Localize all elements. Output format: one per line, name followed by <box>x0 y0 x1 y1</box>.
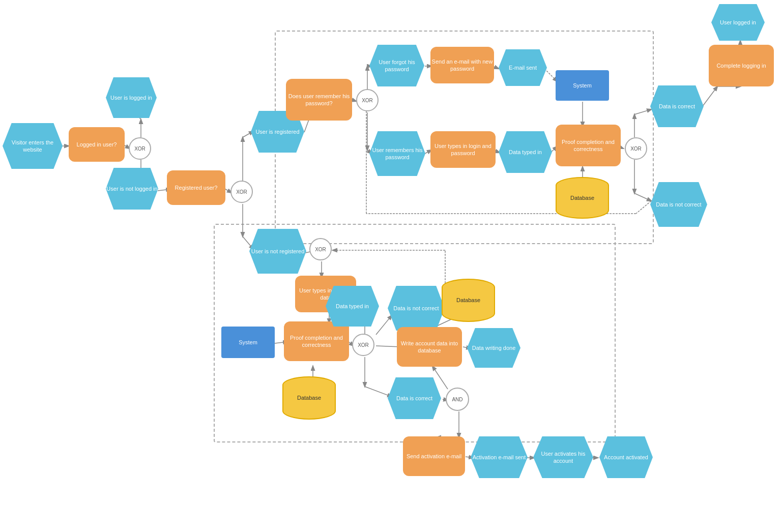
xor3-node: XOR <box>356 89 379 111</box>
write-account-node: Write account data into database <box>397 327 462 367</box>
send-email-node: Send an e-mail with new password <box>430 47 494 83</box>
database-top-node: Database <box>556 177 609 219</box>
data-correct-bot-node: Data is correct <box>388 377 441 419</box>
email-sent-node: E-mail sent <box>499 49 547 86</box>
system-bot-node: System <box>221 327 275 358</box>
user-activates-node: User activates his account <box>533 436 593 478</box>
svg-line-28 <box>702 86 717 107</box>
database-mid-node: Database <box>442 279 495 322</box>
data-not-correct-bot-node: Data is not correct <box>388 286 445 331</box>
user-not-registered-node: User is not registered <box>249 229 306 274</box>
xor5-node: XOR <box>352 334 374 356</box>
remembers-pw-node: User remembers his password <box>369 131 425 176</box>
database-bot-node: Database <box>282 376 336 420</box>
user-logged-in-top-node: User logged in <box>711 4 765 41</box>
data-not-correct-top-node: Data is not correct <box>650 182 707 227</box>
types-login-pw-node: User types in login and password <box>430 131 496 168</box>
activation-sent-node: Activation e-mail sent <box>471 436 528 478</box>
visitor-node: Visitor enters the website <box>3 123 63 169</box>
proof-correct-bot-node: Proof completion and correctness <box>284 321 349 361</box>
registered-user-node: Registered user? <box>167 170 225 205</box>
user-logged-in-node: User is logged in <box>106 77 157 118</box>
data-writing-done-node: Data writing done <box>467 328 520 368</box>
xor4-node: XOR <box>625 137 647 160</box>
xor1-node: XOR <box>129 137 151 160</box>
send-activation-node: Send activation e-mail <box>403 436 465 476</box>
does-remember-node: Does user remember his password? <box>286 79 352 121</box>
and-node: AND <box>446 388 469 411</box>
data-correct-top-node: Data is correct <box>650 85 704 127</box>
system-top-node: System <box>556 70 609 101</box>
diagram-canvas: Visitor enters the website Logged in use… <box>0 0 782 532</box>
data-typed-bot-node: Data typed in <box>326 286 379 327</box>
complete-logging-node: Complete logging in <box>709 45 774 86</box>
proof-correct-top-node: Proof completion and correctness <box>556 125 621 166</box>
xor-not-reg-node: XOR <box>309 238 332 260</box>
xor2-node: XOR <box>230 181 253 203</box>
data-typed-top-node: Data typed in <box>499 131 552 173</box>
user-not-logged-node: User is not logged in <box>106 168 158 210</box>
forgot-password-node: User forgot his password <box>369 45 424 86</box>
account-activated-node: Account activated <box>599 436 653 478</box>
logged-in-user-node: Logged in user? <box>69 127 125 162</box>
